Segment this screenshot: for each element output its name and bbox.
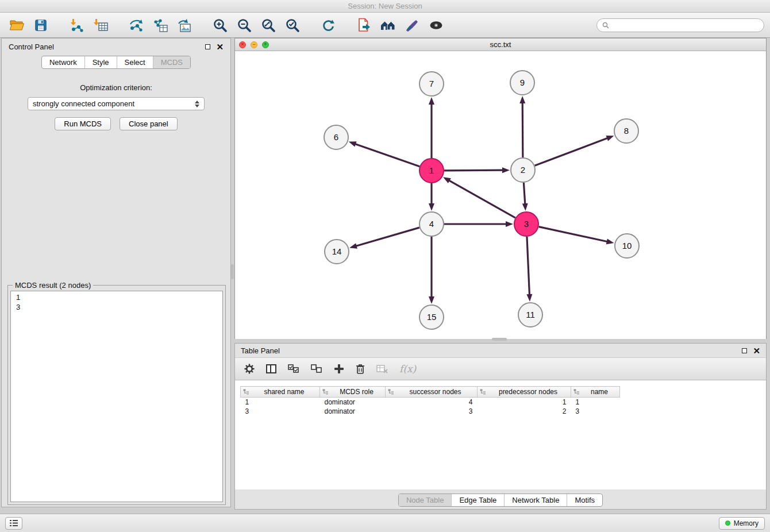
plus-icon <box>334 364 344 374</box>
column-header-predecessor-nodes[interactable]: predecessor nodes <box>478 387 571 398</box>
graph-edge-arrow <box>606 238 614 244</box>
export-image-icon <box>177 18 192 32</box>
graph-node-label: 4 <box>429 219 434 229</box>
table-row[interactable]: 3 dominator 3 2 3 <box>241 407 620 416</box>
app-title-bar: Session: New Session <box>0 0 770 13</box>
column-header-shared-name[interactable]: shared name <box>241 387 320 398</box>
tab-edge-table[interactable]: Edge Table <box>451 494 504 506</box>
vertical-splitter-handle[interactable] <box>231 264 234 279</box>
close-panel-icon[interactable]: ✕ <box>216 43 224 51</box>
graph-edge-2-3[interactable] <box>523 183 525 205</box>
zoom-in-icon <box>213 18 228 33</box>
graph-edge-4-14[interactable] <box>356 228 419 246</box>
window-close-icon[interactable]: × <box>239 41 246 48</box>
cell-predecessor-nodes[interactable]: 1 <box>478 398 571 407</box>
gear-icon <box>244 364 255 374</box>
export-image-button[interactable] <box>174 15 195 36</box>
tab-style[interactable]: Style <box>84 56 117 68</box>
cell-name[interactable]: 1 <box>571 398 620 407</box>
import-network-button[interactable] <box>66 15 87 36</box>
table-settings-button[interactable] <box>244 364 255 374</box>
houses-icon <box>380 19 396 32</box>
control-panel-tabs: Network Style Select MCDS <box>41 56 191 69</box>
cell-shared-name[interactable]: 1 <box>241 398 320 407</box>
status-bar: Memory <box>0 514 770 532</box>
window-zoom-icon[interactable]: + <box>262 41 269 48</box>
cell-mcds-role[interactable]: dominator <box>320 398 386 407</box>
column-header-successor-nodes[interactable]: successor nodes <box>386 387 478 398</box>
import-network-icon <box>69 18 84 32</box>
network-graph[interactable]: 7968124314101511 <box>235 51 766 339</box>
run-mcds-button[interactable]: Run MCDS <box>55 117 111 130</box>
graph-edge-3-1[interactable] <box>449 180 515 218</box>
graph-edge-1-6[interactable] <box>355 144 419 167</box>
apply-style-button[interactable] <box>401 15 423 36</box>
mcds-result-title: MCDS result (2 nodes) <box>13 281 93 290</box>
network-view-window: scc.txt × – + 7968124314101511 <box>234 38 767 339</box>
graph-edge-2-8[interactable] <box>535 138 609 165</box>
tab-network-table[interactable]: Network Table <box>504 494 567 506</box>
zoom-selected-button[interactable] <box>282 15 303 36</box>
graph-edge-3-11[interactable] <box>527 237 530 295</box>
zoom-in-button[interactable] <box>209 15 231 36</box>
mcds-result-text[interactable]: 1 3 <box>10 291 223 502</box>
graph-edge-3-10[interactable] <box>538 227 607 242</box>
control-panel: Control Panel ✕ Network Style Select MCD… <box>1 38 231 507</box>
tab-mcds[interactable]: MCDS <box>153 56 190 68</box>
cell-mcds-role[interactable]: dominator <box>320 407 386 416</box>
refresh-icon <box>321 18 336 33</box>
graph-edge-arrow <box>429 296 434 304</box>
zoom-fit-button[interactable] <box>257 15 279 36</box>
tab-select[interactable]: Select <box>117 56 153 68</box>
export-document-button[interactable] <box>353 15 375 36</box>
graph-edge-arrow <box>522 203 528 211</box>
delete-table-icon <box>376 364 388 373</box>
table-row[interactable]: 1 dominator 4 1 1 <box>241 398 620 407</box>
table-float-panel-icon[interactable] <box>742 348 747 353</box>
graph-edge-1-2[interactable] <box>444 170 503 171</box>
save-button[interactable] <box>30 15 52 36</box>
new-network-table-button[interactable] <box>149 15 171 36</box>
graph-edge-2-9[interactable] <box>522 102 523 157</box>
open-file-button[interactable] <box>6 15 28 36</box>
cell-successor-nodes[interactable]: 3 <box>386 407 478 416</box>
cell-predecessor-nodes[interactable]: 2 <box>478 407 571 416</box>
tab-network[interactable]: Network <box>42 56 84 68</box>
trash-icon <box>356 364 365 374</box>
create-column-button[interactable] <box>334 364 344 374</box>
import-table-button[interactable] <box>90 15 111 36</box>
cell-name[interactable]: 3 <box>571 407 620 416</box>
column-header-mcds-role[interactable]: MCDS role <box>320 387 386 398</box>
criterion-select[interactable]: strongly connected component <box>28 97 205 110</box>
criterion-selected-value: strongly connected component <box>33 99 134 108</box>
delete-column-button[interactable] <box>356 364 365 374</box>
tab-motifs[interactable]: Motifs <box>567 494 602 506</box>
memory-button[interactable]: Memory <box>719 517 765 530</box>
graph-edge-arrow <box>429 203 434 211</box>
new-network-button[interactable] <box>125 15 147 36</box>
table-close-panel-icon[interactable]: ✕ <box>753 346 760 355</box>
toolbar-search[interactable] <box>596 18 764 32</box>
select-all-columns-button[interactable] <box>288 364 299 373</box>
show-column-panel-button[interactable] <box>266 364 276 373</box>
column-type-icon <box>322 389 329 395</box>
show-view-button[interactable] <box>425 15 447 36</box>
window-minimize-icon[interactable]: – <box>251 41 257 48</box>
horizontal-splitter-handle[interactable] <box>492 338 507 341</box>
unselect-all-columns-button[interactable] <box>311 364 322 373</box>
float-panel-icon[interactable] <box>205 44 210 49</box>
network-window-titlebar[interactable]: scc.txt × – + <box>235 38 766 51</box>
task-history-button[interactable] <box>5 517 22 530</box>
zoom-out-button[interactable] <box>233 15 255 36</box>
cell-shared-name[interactable]: 3 <box>241 407 320 416</box>
close-panel-button[interactable]: Close panel <box>120 117 178 130</box>
table-header-row: shared name MCDS role successor nodes pr… <box>241 387 620 398</box>
graph-node-label: 2 <box>521 165 525 175</box>
column-header-name[interactable]: name <box>571 387 620 398</box>
graph-edge-arrow <box>526 294 532 302</box>
cell-successor-nodes[interactable]: 4 <box>386 398 478 407</box>
home-button[interactable] <box>377 15 399 36</box>
tab-node-table[interactable]: Node Table <box>399 494 452 506</box>
refresh-button[interactable] <box>317 15 339 36</box>
search-input[interactable] <box>613 21 759 29</box>
